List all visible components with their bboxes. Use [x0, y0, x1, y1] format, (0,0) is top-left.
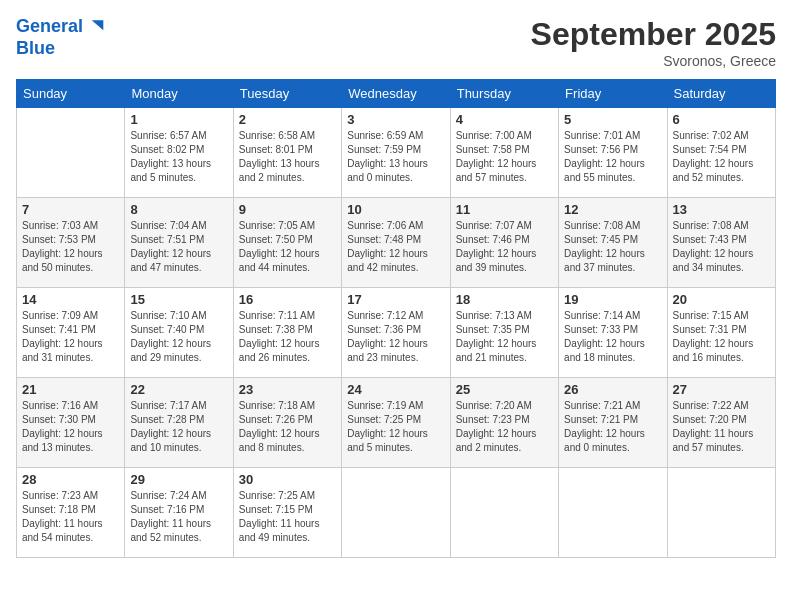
day-info: Sunrise: 6:58 AM Sunset: 8:01 PM Dayligh… [239, 129, 336, 185]
day-number: 9 [239, 202, 336, 217]
day-info: Sunrise: 7:02 AM Sunset: 7:54 PM Dayligh… [673, 129, 770, 185]
day-number: 1 [130, 112, 227, 127]
day-number: 10 [347, 202, 444, 217]
weekday-header-friday: Friday [559, 80, 667, 108]
page-header: General Blue September 2025 Svoronos, Gr… [16, 16, 776, 69]
day-info: Sunrise: 7:18 AM Sunset: 7:26 PM Dayligh… [239, 399, 336, 455]
weekday-header-thursday: Thursday [450, 80, 558, 108]
day-info: Sunrise: 7:22 AM Sunset: 7:20 PM Dayligh… [673, 399, 770, 455]
calendar-cell: 30Sunrise: 7:25 AM Sunset: 7:15 PM Dayli… [233, 468, 341, 558]
day-info: Sunrise: 7:05 AM Sunset: 7:50 PM Dayligh… [239, 219, 336, 275]
calendar-cell [342, 468, 450, 558]
calendar-cell: 17Sunrise: 7:12 AM Sunset: 7:36 PM Dayli… [342, 288, 450, 378]
day-info: Sunrise: 7:03 AM Sunset: 7:53 PM Dayligh… [22, 219, 119, 275]
calendar-cell: 16Sunrise: 7:11 AM Sunset: 7:38 PM Dayli… [233, 288, 341, 378]
day-info: Sunrise: 7:19 AM Sunset: 7:25 PM Dayligh… [347, 399, 444, 455]
calendar-cell: 9Sunrise: 7:05 AM Sunset: 7:50 PM Daylig… [233, 198, 341, 288]
logo: General Blue [16, 16, 105, 59]
day-info: Sunrise: 7:01 AM Sunset: 7:56 PM Dayligh… [564, 129, 661, 185]
day-number: 6 [673, 112, 770, 127]
day-number: 11 [456, 202, 553, 217]
day-info: Sunrise: 7:07 AM Sunset: 7:46 PM Dayligh… [456, 219, 553, 275]
day-number: 27 [673, 382, 770, 397]
week-row-1: 7Sunrise: 7:03 AM Sunset: 7:53 PM Daylig… [17, 198, 776, 288]
day-number: 4 [456, 112, 553, 127]
day-info: Sunrise: 7:21 AM Sunset: 7:21 PM Dayligh… [564, 399, 661, 455]
day-info: Sunrise: 7:08 AM Sunset: 7:43 PM Dayligh… [673, 219, 770, 275]
day-info: Sunrise: 7:04 AM Sunset: 7:51 PM Dayligh… [130, 219, 227, 275]
day-info: Sunrise: 7:13 AM Sunset: 7:35 PM Dayligh… [456, 309, 553, 365]
day-info: Sunrise: 7:08 AM Sunset: 7:45 PM Dayligh… [564, 219, 661, 275]
calendar-cell: 25Sunrise: 7:20 AM Sunset: 7:23 PM Dayli… [450, 378, 558, 468]
day-number: 13 [673, 202, 770, 217]
day-number: 7 [22, 202, 119, 217]
calendar-cell [450, 468, 558, 558]
day-number: 2 [239, 112, 336, 127]
day-number: 29 [130, 472, 227, 487]
logo-text: General [16, 16, 83, 38]
weekday-header-wednesday: Wednesday [342, 80, 450, 108]
day-info: Sunrise: 7:25 AM Sunset: 7:15 PM Dayligh… [239, 489, 336, 545]
day-info: Sunrise: 7:24 AM Sunset: 7:16 PM Dayligh… [130, 489, 227, 545]
day-number: 19 [564, 292, 661, 307]
week-row-3: 21Sunrise: 7:16 AM Sunset: 7:30 PM Dayli… [17, 378, 776, 468]
day-info: Sunrise: 6:57 AM Sunset: 8:02 PM Dayligh… [130, 129, 227, 185]
calendar-cell: 12Sunrise: 7:08 AM Sunset: 7:45 PM Dayli… [559, 198, 667, 288]
calendar-cell [17, 108, 125, 198]
calendar-cell: 11Sunrise: 7:07 AM Sunset: 7:46 PM Dayli… [450, 198, 558, 288]
day-info: Sunrise: 7:23 AM Sunset: 7:18 PM Dayligh… [22, 489, 119, 545]
location: Svoronos, Greece [531, 53, 776, 69]
calendar-cell: 27Sunrise: 7:22 AM Sunset: 7:20 PM Dayli… [667, 378, 775, 468]
day-number: 12 [564, 202, 661, 217]
month-title: September 2025 [531, 16, 776, 53]
calendar-cell: 29Sunrise: 7:24 AM Sunset: 7:16 PM Dayli… [125, 468, 233, 558]
weekday-header-monday: Monday [125, 80, 233, 108]
day-number: 24 [347, 382, 444, 397]
day-number: 25 [456, 382, 553, 397]
day-number: 22 [130, 382, 227, 397]
day-info: Sunrise: 7:10 AM Sunset: 7:40 PM Dayligh… [130, 309, 227, 365]
calendar-cell: 20Sunrise: 7:15 AM Sunset: 7:31 PM Dayli… [667, 288, 775, 378]
day-info: Sunrise: 7:09 AM Sunset: 7:41 PM Dayligh… [22, 309, 119, 365]
day-info: Sunrise: 6:59 AM Sunset: 7:59 PM Dayligh… [347, 129, 444, 185]
day-number: 18 [456, 292, 553, 307]
week-row-0: 1Sunrise: 6:57 AM Sunset: 8:02 PM Daylig… [17, 108, 776, 198]
weekday-header-sunday: Sunday [17, 80, 125, 108]
calendar-cell: 1Sunrise: 6:57 AM Sunset: 8:02 PM Daylig… [125, 108, 233, 198]
day-number: 28 [22, 472, 119, 487]
calendar-cell: 6Sunrise: 7:02 AM Sunset: 7:54 PM Daylig… [667, 108, 775, 198]
logo-text-blue: Blue [16, 38, 105, 60]
day-info: Sunrise: 7:12 AM Sunset: 7:36 PM Dayligh… [347, 309, 444, 365]
calendar-cell: 26Sunrise: 7:21 AM Sunset: 7:21 PM Dayli… [559, 378, 667, 468]
calendar-cell: 18Sunrise: 7:13 AM Sunset: 7:35 PM Dayli… [450, 288, 558, 378]
day-info: Sunrise: 7:11 AM Sunset: 7:38 PM Dayligh… [239, 309, 336, 365]
calendar-cell: 19Sunrise: 7:14 AM Sunset: 7:33 PM Dayli… [559, 288, 667, 378]
calendar-cell: 8Sunrise: 7:04 AM Sunset: 7:51 PM Daylig… [125, 198, 233, 288]
calendar-cell: 7Sunrise: 7:03 AM Sunset: 7:53 PM Daylig… [17, 198, 125, 288]
title-block: September 2025 Svoronos, Greece [531, 16, 776, 69]
day-number: 30 [239, 472, 336, 487]
day-number: 20 [673, 292, 770, 307]
calendar-cell [667, 468, 775, 558]
logo-icon [85, 17, 105, 37]
calendar-cell: 4Sunrise: 7:00 AM Sunset: 7:58 PM Daylig… [450, 108, 558, 198]
calendar-table: SundayMondayTuesdayWednesdayThursdayFrid… [16, 79, 776, 558]
day-info: Sunrise: 7:00 AM Sunset: 7:58 PM Dayligh… [456, 129, 553, 185]
svg-marker-0 [92, 20, 104, 30]
day-info: Sunrise: 7:15 AM Sunset: 7:31 PM Dayligh… [673, 309, 770, 365]
calendar-cell: 21Sunrise: 7:16 AM Sunset: 7:30 PM Dayli… [17, 378, 125, 468]
calendar-cell: 15Sunrise: 7:10 AM Sunset: 7:40 PM Dayli… [125, 288, 233, 378]
day-info: Sunrise: 7:06 AM Sunset: 7:48 PM Dayligh… [347, 219, 444, 275]
day-number: 21 [22, 382, 119, 397]
day-number: 3 [347, 112, 444, 127]
day-number: 15 [130, 292, 227, 307]
calendar-cell: 10Sunrise: 7:06 AM Sunset: 7:48 PM Dayli… [342, 198, 450, 288]
calendar-cell: 2Sunrise: 6:58 AM Sunset: 8:01 PM Daylig… [233, 108, 341, 198]
calendar-cell: 3Sunrise: 6:59 AM Sunset: 7:59 PM Daylig… [342, 108, 450, 198]
day-number: 16 [239, 292, 336, 307]
calendar-cell [559, 468, 667, 558]
day-number: 23 [239, 382, 336, 397]
calendar-cell: 5Sunrise: 7:01 AM Sunset: 7:56 PM Daylig… [559, 108, 667, 198]
weekday-header-row: SundayMondayTuesdayWednesdayThursdayFrid… [17, 80, 776, 108]
day-number: 5 [564, 112, 661, 127]
